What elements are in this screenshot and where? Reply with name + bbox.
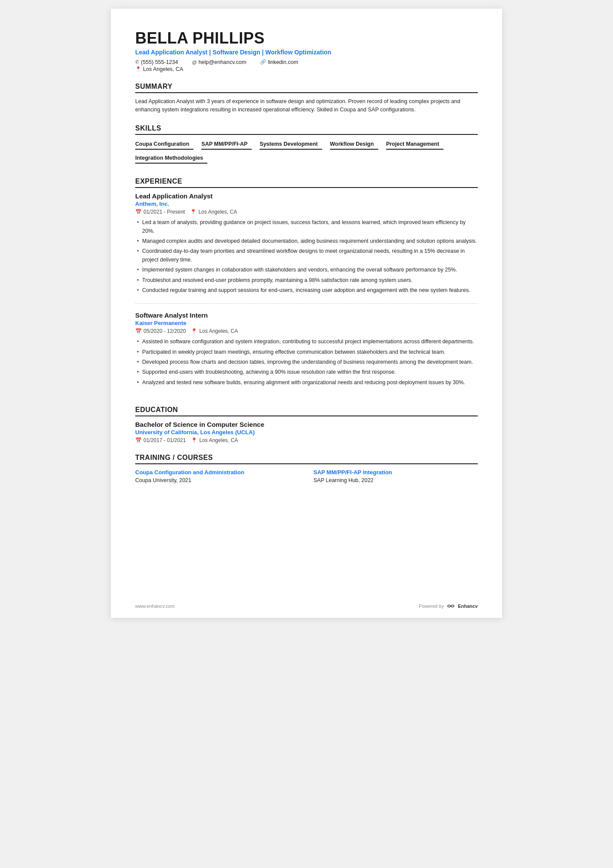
job-title: Software Analyst Intern xyxy=(135,312,478,319)
bullet-item: Troubleshot and resolved end-user proble… xyxy=(135,276,478,285)
bullet-item: Managed complex audits and developed det… xyxy=(135,237,478,245)
skills-title: SKILLS xyxy=(135,124,478,135)
skills-grid: Coupa ConfigurationSAP MM/PP/FI-APSystem… xyxy=(135,139,478,167)
powered-by-text: Powered by xyxy=(419,603,444,609)
enhancv-logo-icon xyxy=(446,603,455,609)
phone-icon: ✆ xyxy=(135,59,139,65)
summary-text: Lead Application Analyst with 3 years of… xyxy=(135,97,478,114)
edu-location: 📍 Los Angeles, CA xyxy=(191,437,238,443)
education-section: EDUCATION Bachelor of Science in Compute… xyxy=(135,406,478,443)
candidate-title: Lead Application Analyst | Software Desi… xyxy=(135,49,478,56)
skill-item: SAP MM/PP/FI-AP xyxy=(201,139,252,150)
candidate-name: BELLA PHILLIPS xyxy=(135,30,478,47)
location-icon: 📍 xyxy=(190,209,197,215)
course-institution: SAP Learning Hub, 2022 xyxy=(313,477,478,483)
job-dates: 📅 05/2020 - 12/2020 xyxy=(135,328,186,334)
experience-list: Lead Application Analyst Anthem, Inc. 📅 … xyxy=(135,192,478,395)
skill-item: Systems Development xyxy=(260,139,322,150)
linkedin-contact: 🔗 linkedin.com xyxy=(260,59,298,65)
bullet-item: Participated in weekly project team meet… xyxy=(135,348,478,356)
skill-item: Integration Methodologies xyxy=(135,153,207,164)
job-title: Lead Application Analyst xyxy=(135,192,478,200)
job-bullets: Led a team of analysts, providing guidan… xyxy=(135,218,478,295)
job-company: Anthem, Inc. xyxy=(135,201,478,207)
experience-section: EXPERIENCE Lead Application Analyst Anth… xyxy=(135,178,478,395)
training-grid: Coupa Configuration and Administration C… xyxy=(135,469,478,483)
training-course-1: SAP MM/PP/FI-AP Integration SAP Learning… xyxy=(313,469,478,483)
skill-item: Coupa Configuration xyxy=(135,139,193,150)
bullet-item: Coordinated day-to-day team priorities a… xyxy=(135,247,478,264)
course-title: SAP MM/PP/FI-AP Integration xyxy=(313,469,478,476)
summary-title: SUMMARY xyxy=(135,83,478,93)
email-icon: @ xyxy=(192,60,197,65)
location-contact: 📍 Los Angeles, CA xyxy=(135,66,183,72)
bullet-item: Developed process flow charts and decisi… xyxy=(135,358,478,366)
bullet-item: Supported end-users with troubleshooting… xyxy=(135,368,478,376)
footer-website: www.enhancv.com xyxy=(135,603,175,609)
education-title: EDUCATION xyxy=(135,406,478,416)
calendar-icon: 📅 xyxy=(135,328,142,334)
bullet-item: Implemented system changes in collaborat… xyxy=(135,266,478,274)
calendar-icon: 📅 xyxy=(135,437,142,443)
job-meta: 📅 05/2020 - 12/2020 📍 Los Angeles, CA xyxy=(135,328,478,334)
phone-value: (555) 555-1234 xyxy=(141,59,178,65)
bullet-item: Led a team of analysts, providing guidan… xyxy=(135,218,478,235)
experience-job-1: Software Analyst Intern Kaiser Permanent… xyxy=(135,312,478,395)
job-company: Kaiser Permanente xyxy=(135,320,478,326)
location-icon: 📍 xyxy=(191,328,197,334)
job-meta: 📅 01/2021 - Present 📍 Los Angeles, CA xyxy=(135,209,478,215)
edu-dates: 📅 01/2017 - 01/2021 xyxy=(135,437,186,443)
experience-job-0: Lead Application Analyst Anthem, Inc. 📅 … xyxy=(135,192,478,304)
header: BELLA PHILLIPS Lead Application Analyst … xyxy=(135,30,478,72)
course-institution: Coupa University, 2021 xyxy=(135,477,300,483)
email-value: help@enhancv.com xyxy=(199,59,247,65)
training-section: TRAINING / COURSES Coupa Configuration a… xyxy=(135,454,478,483)
location-icon: 📍 xyxy=(135,66,141,72)
resume-page: BELLA PHILLIPS Lead Application Analyst … xyxy=(111,9,502,618)
calendar-icon: 📅 xyxy=(135,209,142,215)
linkedin-value: linkedin.com xyxy=(268,59,298,65)
email-contact: @ help@enhancv.com xyxy=(192,59,246,65)
edu-meta: 📅 01/2017 - 01/2021 📍 Los Angeles, CA xyxy=(135,437,478,443)
job-bullets: Assisted in software configuration and s… xyxy=(135,338,478,387)
degree-title: Bachelor of Science in Computer Science xyxy=(135,421,478,428)
footer-brand: Powered by Enhancv xyxy=(419,603,478,609)
contact-row-1: ✆ (555) 555-1234 @ help@enhancv.com 🔗 li… xyxy=(135,59,478,65)
phone-contact: ✆ (555) 555-1234 xyxy=(135,59,178,65)
school-name: University of California, Los Angeles (U… xyxy=(135,429,478,436)
edu-location-icon: 📍 xyxy=(191,437,197,443)
education-block: Bachelor of Science in Computer Science … xyxy=(135,421,478,443)
job-location: 📍 Los Angeles, CA xyxy=(191,328,238,334)
job-location: 📍 Los Angeles, CA xyxy=(190,209,237,215)
contact-row-2: 📍 Los Angeles, CA xyxy=(135,66,478,72)
bullet-item: Assisted in software configuration and s… xyxy=(135,338,478,346)
job-dates: 📅 01/2021 - Present xyxy=(135,209,185,215)
experience-title: EXPERIENCE xyxy=(135,178,478,188)
brand-name: Enhancv xyxy=(458,603,478,609)
skill-item: Workflow Design xyxy=(330,139,378,150)
page-footer: www.enhancv.com Powered by Enhancv xyxy=(135,603,478,609)
location-value: Los Angeles, CA xyxy=(143,66,183,72)
skills-section: SKILLS Coupa ConfigurationSAP MM/PP/FI-A… xyxy=(135,124,478,167)
bullet-item: Analyzed and tested new software builds,… xyxy=(135,379,478,387)
skill-item: Project Management xyxy=(386,139,443,150)
bullet-item: Conducted regular training and support s… xyxy=(135,286,478,295)
training-course-0: Coupa Configuration and Administration C… xyxy=(135,469,300,483)
summary-section: SUMMARY Lead Application Analyst with 3 … xyxy=(135,83,478,114)
link-icon: 🔗 xyxy=(260,59,266,65)
course-title: Coupa Configuration and Administration xyxy=(135,469,300,476)
training-title: TRAINING / COURSES xyxy=(135,454,478,464)
